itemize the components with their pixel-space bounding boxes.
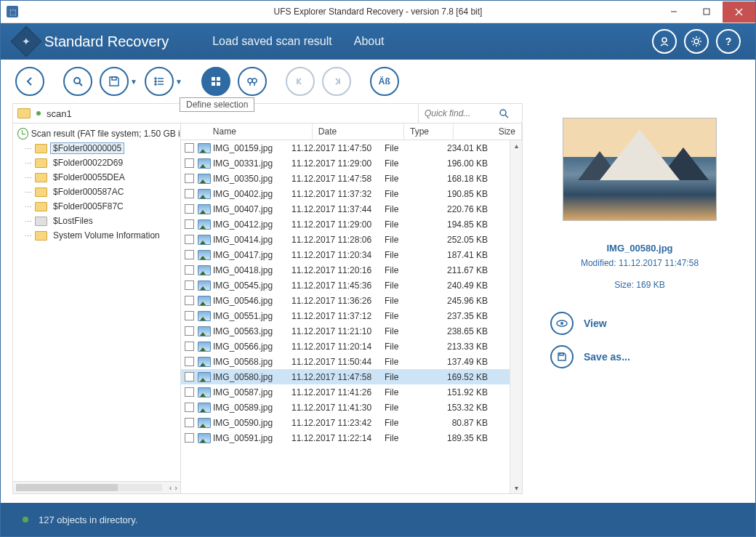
tree-expander-icon[interactable]: ⋯ [25,174,32,182]
tree-item[interactable]: ⋯$LostFiles [13,214,180,228]
file-row[interactable]: IMG_00589.jpg11.12.2017 11:41:30File153.… [181,400,522,415]
step-forward-button[interactable] [322,67,351,96]
row-checkbox[interactable] [181,372,197,381]
chevron-down-icon[interactable]: ▼ [175,78,182,86]
back-button[interactable] [15,67,44,96]
file-name: IMG_00159.jpg [212,143,291,153]
gear-icon[interactable] [684,29,709,54]
col-name[interactable]: Name [207,124,313,140]
file-row[interactable]: IMG_00566.jpg11.12.2017 11:20:14File213.… [181,339,522,354]
file-row[interactable]: IMG_00331.jpg11.12.2017 11:29:00File196.… [181,156,522,171]
row-checkbox[interactable] [181,403,197,412]
row-checkbox[interactable] [181,387,197,397]
list-icon[interactable] [145,67,174,96]
tree-expander-icon[interactable]: ⋯ [25,232,32,240]
maximize-button[interactable] [690,1,723,23]
file-row[interactable]: IMG_00402.jpg11.12.2017 11:37:32File190.… [181,186,522,201]
view-button[interactable]: View [550,312,630,335]
row-checkbox[interactable] [181,158,197,168]
file-name: IMG_00563.jpg [212,326,291,336]
list-dropdown[interactable]: ▼ [145,67,182,96]
tree-root[interactable]: Scan result (FAT file system; 1.50 GB in… [13,126,180,141]
file-row[interactable]: IMG_00546.jpg11.12.2017 11:36:26File245.… [181,293,522,308]
tree-item[interactable]: ⋯$Folder00022D69 [13,156,180,170]
image-file-icon [197,433,212,443]
col-type[interactable]: Type [404,124,454,140]
save-as-button[interactable]: Save as... [550,345,630,368]
tree-item[interactable]: ⋯System Volume Information [13,228,180,243]
search-input[interactable] [423,108,499,119]
tree-item[interactable]: ⋯$Folder0005F87C [13,199,180,214]
tree-expander-icon[interactable]: ⋯ [25,188,32,196]
file-row[interactable]: IMG_00414.jpg11.12.2017 11:28:06File252.… [181,232,522,247]
col-date[interactable]: Date [313,124,404,140]
define-selection-button[interactable] [201,67,230,96]
chevron-down-icon[interactable]: ▼ [130,78,137,86]
row-checkbox[interactable] [181,143,197,153]
file-size: 169.52 KB [428,372,488,382]
help-icon[interactable]: ? [716,29,741,54]
user-icon[interactable] [652,29,677,54]
row-checkbox[interactable] [181,280,197,290]
row-checkbox[interactable] [181,433,197,443]
row-checkbox[interactable] [181,250,197,259]
find-button[interactable] [238,67,267,96]
search-button[interactable] [63,67,92,96]
file-row[interactable]: IMG_00407.jpg11.12.2017 11:37:44File220.… [181,201,522,217]
row-checkbox[interactable] [181,357,197,366]
image-file-icon [197,280,212,291]
file-row[interactable]: IMG_00563.jpg11.12.2017 11:21:10File238.… [181,323,522,339]
logo-icon: ✦ [11,26,41,57]
text-encoding-button[interactable]: Äß [370,67,399,96]
tree-item[interactable]: ⋯$Folder00055DEA [13,170,180,185]
file-row[interactable]: IMG_00412.jpg11.12.2017 11:29:00File194.… [181,217,522,232]
row-checkbox[interactable] [181,235,197,244]
row-checkbox[interactable] [181,342,197,351]
step-back-button[interactable] [286,67,315,96]
save-icon [550,345,574,368]
search-icon[interactable] [499,108,509,118]
file-row[interactable]: IMG_00591.jpg11.12.2017 11:22:14File189.… [181,430,522,445]
file-date: 11.12.2017 11:37:32 [291,189,385,199]
tree-expander-icon[interactable]: ⋯ [25,159,32,167]
row-checkbox[interactable] [181,265,197,275]
row-checkbox[interactable] [181,296,197,305]
file-row[interactable]: IMG_00159.jpg11.12.2017 11:47:50File234.… [181,140,522,156]
tree-item[interactable]: ⋯$Folder00000005 [13,141,180,156]
file-row[interactable]: IMG_00580.jpg11.12.2017 11:47:58File169.… [181,369,522,384]
row-checkbox[interactable] [181,189,197,198]
file-row[interactable]: IMG_00551.jpg11.12.2017 11:37:12File237.… [181,308,522,323]
tree-expander-icon[interactable]: ⋯ [25,145,32,153]
file-v-scrollbar[interactable]: ▴▾ [510,140,522,493]
file-date: 11.12.2017 11:21:10 [291,326,385,336]
menu-load-scan[interactable]: Load saved scan result [212,35,332,48]
file-row[interactable]: IMG_00590.jpg11.12.2017 11:23:42File80.8… [181,415,522,430]
file-type: File [385,296,428,306]
row-checkbox[interactable] [181,311,197,320]
file-row[interactable]: IMG_00417.jpg11.12.2017 11:20:34File187.… [181,247,522,262]
row-checkbox[interactable] [181,418,197,427]
file-row[interactable]: IMG_00418.jpg11.12.2017 11:20:16File211.… [181,262,522,278]
row-checkbox[interactable] [181,204,197,214]
row-checkbox[interactable] [181,326,197,336]
file-row[interactable]: IMG_00350.jpg11.12.2017 11:47:58File168.… [181,171,522,186]
row-checkbox[interactable] [181,174,197,183]
close-button[interactable] [723,1,755,23]
tree-expander-icon[interactable]: ⋯ [25,203,32,211]
scan-result-icon [17,128,28,140]
tree-h-scrollbar[interactable]: ‹› [13,481,180,493]
file-row[interactable]: IMG_00545.jpg11.12.2017 11:45:36File240.… [181,278,522,293]
file-size: 187.41 KB [428,250,488,260]
menu-about[interactable]: About [354,35,385,48]
tree-expander-icon[interactable]: ⋯ [25,217,32,225]
save-icon[interactable] [100,67,129,96]
tree-item[interactable]: ⋯$Folder000587AC [13,185,180,199]
save-dropdown[interactable]: ▼ [100,67,137,96]
app-icon: ⬚ [7,6,18,17]
file-row[interactable]: IMG_00568.jpg11.12.2017 11:50:44File137.… [181,354,522,369]
image-file-icon [197,189,212,199]
row-checkbox[interactable] [181,219,197,229]
col-size[interactable]: Size [454,124,522,140]
file-row[interactable]: IMG_00587.jpg11.12.2017 11:41:26File151.… [181,384,522,400]
minimize-button[interactable] [657,1,690,23]
